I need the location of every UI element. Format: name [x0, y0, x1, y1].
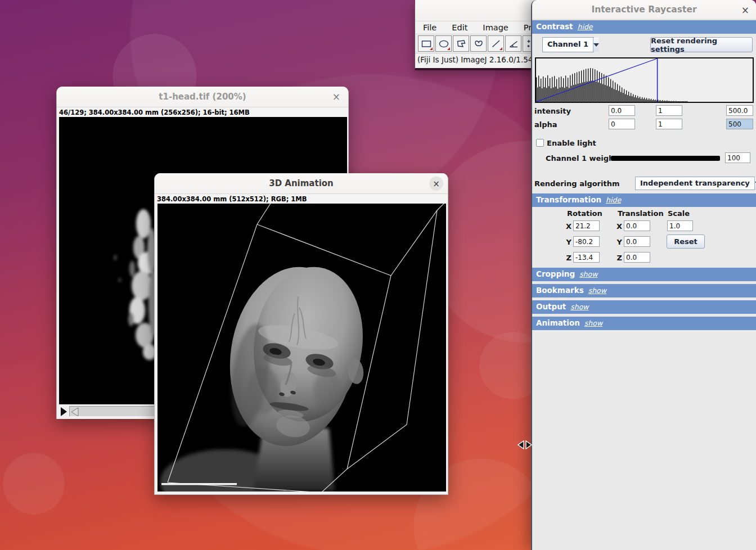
cropping-header-label: Cropping: [536, 269, 575, 278]
t1-close-icon[interactable]: ×: [332, 91, 340, 102]
t1-titlebar[interactable]: t1-head.tif (200%) ×: [57, 87, 348, 107]
enable-light-checkbox[interactable]: [536, 139, 544, 147]
alpha-gamma-field[interactable]: [656, 119, 682, 129]
anim-image-info: 384.00x384.00 mm (512x512); RGB; 1MB: [155, 194, 448, 204]
rotation-z-label: Z: [564, 254, 572, 262]
t1-window-title: t1-head.tif (200%): [159, 92, 246, 102]
tool-options-marker: [447, 47, 450, 50]
translation-x-label: X: [614, 222, 622, 231]
bookmarks-show-link[interactable]: show: [588, 286, 606, 295]
chevron-down-icon[interactable]: [593, 38, 599, 52]
anim-render-canvas[interactable]: [158, 204, 446, 492]
angle-icon: [508, 38, 519, 49]
channel-select-value: Channel 1: [543, 38, 593, 52]
translation-column-label: Translation: [618, 209, 664, 218]
translation-z-field[interactable]: [624, 252, 650, 263]
freehand-tool-button[interactable]: [470, 35, 487, 52]
slider-thumb[interactable]: [70, 407, 79, 417]
intensity-max-field[interactable]: [726, 105, 753, 116]
polygon-icon: [456, 38, 467, 49]
channel-select[interactable]: Channel 1: [542, 37, 594, 52]
tool-options-marker: [500, 47, 502, 50]
animation-show-link[interactable]: show: [584, 319, 602, 327]
contrast-hide-link[interactable]: hide: [578, 22, 593, 31]
rotation-y-field[interactable]: [573, 236, 600, 247]
channel-weight-field[interactable]: [725, 152, 750, 163]
reset-rendering-settings-button[interactable]: Reset rendering settings: [650, 37, 753, 52]
tool-options-marker: [430, 47, 433, 50]
menu-edit[interactable]: Edit: [452, 23, 467, 32]
translation-x-field[interactable]: [624, 220, 650, 231]
interactive-raycaster-window: Interactive Raycaster × Contrasthide Cha…: [531, 0, 756, 550]
rotation-x-label: X: [564, 222, 572, 231]
alpha-max-field[interactable]: [726, 119, 753, 129]
translation-z-label: Z: [614, 254, 622, 262]
translation-y-field[interactable]: [624, 236, 650, 247]
translation-y-label: Y: [614, 238, 622, 246]
transformation-hide-link[interactable]: hide: [606, 196, 621, 204]
enable-light-label: Enable light: [547, 139, 596, 147]
reset-transform-button[interactable]: Reset: [667, 235, 705, 249]
alpha-min-field[interactable]: [609, 119, 635, 129]
channel-weight-label: Channel 1 weight: [546, 154, 618, 163]
contrast-histogram[interactable]: [535, 57, 754, 103]
output-section-header: Outputshow: [532, 300, 756, 314]
oval-tool-button[interactable]: [435, 35, 452, 52]
volume-rendered-head: [158, 204, 446, 492]
rendering-algorithm-label: Rendering algorithm: [534, 179, 620, 188]
rotation-x-field[interactable]: [573, 220, 600, 231]
menu-image[interactable]: Image: [483, 23, 508, 32]
raycaster-titlebar[interactable]: Interactive Raycaster ×: [532, 0, 756, 20]
line-tool-button[interactable]: [488, 35, 504, 52]
channel-weight-slider[interactable]: [611, 156, 720, 161]
rotation-column-label: Rotation: [567, 209, 602, 218]
scale-bar: [161, 483, 237, 485]
rotation-z-field[interactable]: [573, 252, 600, 263]
play-icon[interactable]: [61, 407, 67, 416]
transformation-header-label: Transformation: [536, 195, 601, 204]
angle-tool-button[interactable]: [505, 35, 521, 52]
animation-section-header: Animationshow: [532, 317, 756, 330]
rotation-y-label: Y: [564, 238, 572, 246]
rendering-algorithm-value: Independent transparency: [636, 177, 754, 190]
animation-3d-window: 3D Animation × 384.00x384.00 mm (512x512…: [154, 173, 448, 495]
freehand-icon: [473, 38, 484, 49]
intensity-gamma-field[interactable]: [656, 105, 682, 116]
polygon-tool-button[interactable]: [453, 35, 469, 52]
intensity-min-field[interactable]: [609, 105, 635, 116]
raycaster-close-icon[interactable]: ×: [741, 4, 749, 16]
contrast-section-header: Contrasthide: [532, 20, 756, 34]
scale-field[interactable]: [667, 220, 693, 231]
anim-window-title: 3D Animation: [269, 178, 334, 188]
output-header-label: Output: [536, 302, 566, 311]
alpha-label: alpha: [534, 120, 557, 129]
anim-close-icon[interactable]: ×: [429, 177, 443, 191]
bookmarks-section-header: Bookmarksshow: [532, 284, 756, 297]
transformation-section-header: Transformationhide: [532, 193, 756, 207]
animation-header-label: Animation: [536, 318, 580, 327]
raycaster-window-title: Interactive Raycaster: [591, 4, 696, 15]
output-show-link[interactable]: show: [570, 303, 588, 311]
horizontal-resize-cursor: [518, 440, 533, 449]
contrast-header-label: Contrast: [536, 22, 573, 31]
anim-titlebar[interactable]: 3D Animation ×: [155, 173, 448, 194]
cropping-show-link[interactable]: show: [579, 270, 597, 278]
scale-column-label: Scale: [668, 209, 690, 218]
menu-file[interactable]: File: [423, 23, 436, 32]
cropping-section-header: Croppingshow: [532, 268, 756, 281]
t1-image-info: 46/129; 384.00x384.00 mm (256x256); 16-b…: [57, 107, 348, 117]
bookmarks-header-label: Bookmarks: [536, 286, 584, 295]
rendering-algorithm-select[interactable]: Independent transparency: [635, 177, 755, 190]
intensity-label: intensity: [534, 107, 571, 115]
rectangle-tool-button[interactable]: [418, 35, 434, 52]
